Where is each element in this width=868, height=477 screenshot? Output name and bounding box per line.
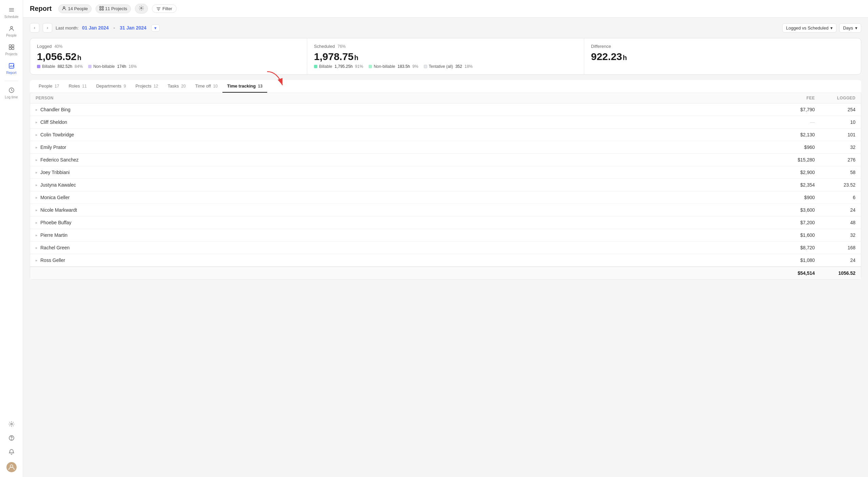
tab-tasks[interactable]: Tasks 20 [163, 80, 190, 93]
people-chip[interactable]: 14 People [58, 4, 92, 13]
fee-cell: $900 [774, 195, 815, 200]
next-date-button[interactable]: › [43, 23, 52, 33]
user-avatar[interactable] [6, 462, 17, 472]
logged-cell: 101 [815, 132, 855, 137]
row-expand-icon[interactable]: ▸ [36, 133, 38, 137]
sidebar-item-logtime[interactable]: Log time [2, 84, 21, 102]
logged-nonbillable-detail: Non-billable 174h 16% [88, 64, 137, 69]
row-expand-icon[interactable]: ▸ [36, 170, 38, 175]
tab-departments[interactable]: Departments 9 [92, 80, 131, 93]
filter-label: Filter [162, 6, 172, 11]
tab-departments-count: 9 [124, 84, 126, 89]
metric-select[interactable]: Logged vs Scheduled ▾ [782, 23, 836, 33]
total-fee: $54,514 [774, 270, 815, 276]
row-expand-icon[interactable]: ▸ [36, 158, 38, 162]
fee-cell: $7,200 [774, 220, 815, 225]
logged-cell: 24 [815, 257, 855, 263]
table-row[interactable]: ▸ Cliff Sheldon — 10 [30, 116, 861, 129]
end-date[interactable]: 31 Jan 2024 [120, 25, 146, 31]
metric-select-label: Logged vs Scheduled [786, 25, 828, 31]
tab-timeoff[interactable]: Time off 10 [191, 80, 222, 93]
date-bar: ‹ › Last month: 01 Jan 2024 - 31 Jan 202… [30, 23, 861, 33]
projects-chip[interactable]: 11 Projects [96, 4, 131, 13]
person-cell: ▸ Pierre Martin [36, 232, 774, 238]
schedule-icon [8, 7, 15, 14]
people-chip-icon [62, 6, 66, 12]
sidebar-item-settings[interactable] [2, 418, 21, 431]
row-expand-icon[interactable]: ▸ [36, 233, 38, 237]
person-cell: ▸ Justyna Kawalec [36, 182, 774, 188]
table-row[interactable]: ▸ Ross Geller $1,080 24 [30, 254, 861, 266]
sidebar-label-schedule: Schedule [4, 15, 19, 19]
tab-timetracking-label: Time tracking [227, 83, 256, 89]
time-tracking-table: Person Fee Logged ▸ Chandler Bing $7,790… [30, 93, 861, 280]
row-expand-icon[interactable]: ▸ [36, 145, 38, 150]
fee-cell: $2,130 [774, 132, 815, 137]
row-expand-icon[interactable]: ▸ [36, 120, 38, 125]
fee-cell: $3,600 [774, 207, 815, 213]
fee-cell: $2,354 [774, 182, 815, 188]
row-expand-icon[interactable]: ▸ [36, 221, 38, 225]
row-expand-icon[interactable]: ▸ [36, 258, 38, 263]
table-row[interactable]: ▸ Monica Geller $900 6 [30, 191, 861, 204]
table-row[interactable]: ▸ Emily Prator $960 32 [30, 141, 861, 154]
row-expand-icon[interactable]: ▸ [36, 246, 38, 250]
logged-percent: 40% [54, 44, 62, 49]
logged-cell: 254 [815, 107, 855, 112]
sidebar-item-projects[interactable]: Projects [2, 41, 21, 59]
tab-projects-label: Projects [135, 83, 151, 89]
table-row[interactable]: ▸ Chandler Bing $7,790 254 [30, 103, 861, 116]
difference-suffix: h [623, 54, 627, 62]
table-row[interactable]: ▸ Pierre Martin $1,600 32 [30, 229, 861, 242]
metric-dropdown-icon: ▾ [830, 25, 833, 31]
row-expand-icon[interactable]: ▸ [36, 195, 38, 200]
difference-title: Difference [591, 44, 611, 49]
fee-cell: $7,790 [774, 107, 815, 112]
row-expand-icon[interactable]: ▸ [36, 208, 38, 212]
sidebar-bottom [2, 418, 21, 473]
tab-projects[interactable]: Projects 12 [131, 80, 163, 93]
help-icon [8, 435, 15, 442]
fee-cell: $960 [774, 145, 815, 150]
row-expand-icon[interactable]: ▸ [36, 183, 38, 187]
svg-point-16 [11, 439, 12, 440]
logged-cell: 32 [815, 145, 855, 150]
svg-rect-5 [12, 45, 14, 47]
filter-button[interactable]: Filter [152, 4, 177, 13]
sidebar-item-report[interactable]: Report [2, 60, 21, 77]
svg-rect-21 [100, 9, 101, 10]
person-name: Phoebe Buffay [40, 220, 72, 225]
table-row[interactable]: ▸ Justyna Kawalec $2,354 23.52 [30, 179, 861, 191]
logged-cell: 10 [815, 119, 855, 125]
start-date[interactable]: 01 Jan 2024 [82, 25, 109, 31]
granularity-select[interactable]: Days ▾ [839, 23, 861, 33]
tab-roles[interactable]: Roles 11 [64, 80, 91, 93]
date-label: Last month: [56, 25, 79, 31]
scheduled-tentative-dot [424, 65, 427, 68]
settings-chip[interactable] [135, 4, 148, 14]
sidebar-item-notifications[interactable] [2, 446, 21, 459]
svg-rect-6 [9, 47, 11, 50]
sidebar-item-help[interactable] [2, 432, 21, 445]
table-row[interactable]: ▸ Colin Towbridge $2,130 101 [30, 129, 861, 141]
tab-people[interactable]: People 17 [34, 80, 64, 93]
tab-timetracking[interactable]: Time tracking 13 [222, 80, 267, 93]
sidebar-item-people[interactable]: People [2, 23, 21, 40]
page-content: ‹ › Last month: 01 Jan 2024 - 31 Jan 202… [23, 18, 868, 477]
svg-point-14 [11, 423, 12, 425]
fee-cell: $1,600 [774, 232, 815, 238]
table-row[interactable]: ▸ Rachel Green $8,720 168 [30, 242, 861, 254]
logged-suffix: h [77, 54, 81, 62]
logged-cell: 24 [815, 207, 855, 213]
table-row[interactable]: ▸ Federico Sanchez $15,280 276 [30, 154, 861, 166]
date-range-dropdown[interactable]: ▾ [151, 24, 160, 32]
table-row[interactable]: ▸ Joey Tribbiani $2,900 58 [30, 166, 861, 179]
sidebar-item-schedule[interactable]: Schedule [2, 4, 21, 21]
person-cell: ▸ Chandler Bing [36, 107, 774, 112]
table-row[interactable]: ▸ Phoebe Buffay $7,200 48 [30, 216, 861, 229]
table-header: Person Fee Logged [30, 93, 861, 103]
table-row[interactable]: ▸ Nicole Markwardt $3,600 24 [30, 204, 861, 216]
row-expand-icon[interactable]: ▸ [36, 108, 38, 112]
prev-date-button[interactable]: ‹ [30, 23, 39, 33]
tab-timeoff-count: 10 [213, 84, 217, 89]
